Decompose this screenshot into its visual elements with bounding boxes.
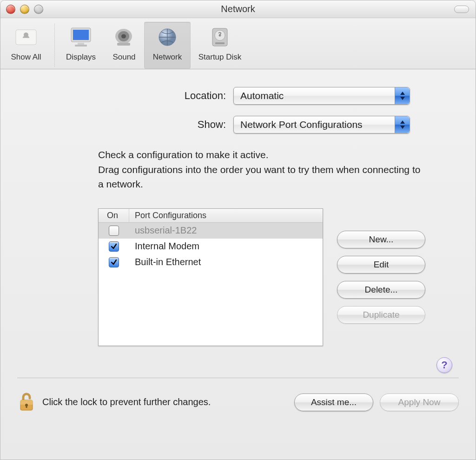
- port-on-checkbox[interactable]: [109, 226, 119, 236]
- toolbar-divider: [54, 24, 55, 67]
- displays-button[interactable]: Displays: [58, 22, 104, 69]
- sound-button[interactable]: Sound: [104, 22, 144, 69]
- delete-button[interactable]: Delete...: [337, 281, 425, 299]
- pane-body: Location: Automatic Show: Network Port C…: [0, 69, 476, 378]
- new-button[interactable]: New...: [337, 231, 425, 248]
- svg-rect-3: [78, 43, 84, 45]
- window-controls: [6, 5, 43, 14]
- instructions-text: Check a configuration to make it active.…: [98, 147, 423, 192]
- window-title: Network: [0, 4, 476, 14]
- column-header-on[interactable]: On: [99, 209, 129, 222]
- location-label: Location:: [66, 90, 233, 102]
- list-row[interactable]: Internal Modem: [99, 239, 323, 254]
- config-area: On Port Configurations usbserial-1B22Int…: [98, 208, 457, 346]
- show-popup[interactable]: Network Port Configurations: [233, 116, 410, 133]
- help-row: ?: [19, 346, 457, 378]
- help-button[interactable]: ?: [436, 357, 452, 373]
- svg-point-7: [121, 34, 126, 39]
- toolbar: Show All Displays: [0, 18, 476, 69]
- network-preferences-window: Network Show All Displa: [0, 0, 476, 460]
- toolbar-toggle-button[interactable]: [454, 6, 469, 13]
- location-row: Location: Automatic: [19, 87, 457, 105]
- svg-rect-18: [26, 405, 27, 408]
- svg-rect-4: [75, 45, 87, 47]
- show-row: Show: Network Port Configurations: [19, 116, 457, 133]
- side-buttons: New... Edit Delete... Duplicate: [337, 208, 425, 346]
- lock-button[interactable]: [17, 391, 36, 413]
- sound-icon: [110, 24, 138, 51]
- show-all-icon: [12, 24, 40, 51]
- popup-arrows-icon: [395, 87, 410, 104]
- port-name: usbserial-1B22: [129, 225, 323, 236]
- lock-text: Click the lock to prevent further change…: [42, 397, 211, 407]
- displays-icon: [67, 24, 95, 51]
- show-label: Show:: [66, 119, 233, 131]
- port-on-checkbox[interactable]: [109, 257, 119, 267]
- port-name: Internal Modem: [129, 241, 323, 252]
- port-name: Built-in Ethernet: [129, 257, 323, 267]
- network-icon: [153, 24, 181, 51]
- svg-rect-2: [73, 30, 89, 40]
- startup-disk-button[interactable]: ? Startup Disk: [191, 22, 249, 69]
- svg-rect-8: [117, 43, 130, 46]
- port-on-checkbox[interactable]: [109, 241, 119, 252]
- network-button[interactable]: Network: [144, 22, 191, 69]
- popup-arrows-icon: [395, 116, 410, 133]
- titlebar: Network: [0, 0, 476, 18]
- apply-now-button[interactable]: Apply Now: [380, 393, 459, 411]
- port-configurations-list[interactable]: On Port Configurations usbserial-1B22Int…: [98, 208, 323, 346]
- startup-disk-icon: ?: [206, 24, 234, 51]
- column-header-port[interactable]: Port Configurations: [129, 209, 323, 222]
- assist-me-button[interactable]: Assist me...: [294, 393, 373, 411]
- show-all-button[interactable]: Show All: [0, 22, 52, 69]
- duplicate-button[interactable]: Duplicate: [337, 306, 425, 324]
- show-value: Network Port Configurations: [240, 119, 363, 130]
- svg-text:?: ?: [218, 31, 221, 38]
- footer: Click the lock to prevent further change…: [0, 378, 476, 413]
- location-value: Automatic: [240, 90, 284, 101]
- location-popup[interactable]: Automatic: [233, 87, 410, 105]
- list-header: On Port Configurations: [99, 209, 323, 223]
- list-row[interactable]: usbserial-1B22: [99, 223, 323, 239]
- minimize-window-button[interactable]: [20, 5, 29, 14]
- zoom-window-button[interactable]: [34, 5, 43, 14]
- close-window-button[interactable]: [6, 5, 15, 14]
- list-row[interactable]: Built-in Ethernet: [99, 254, 323, 270]
- edit-button[interactable]: Edit: [337, 256, 425, 273]
- svg-rect-13: [215, 42, 225, 44]
